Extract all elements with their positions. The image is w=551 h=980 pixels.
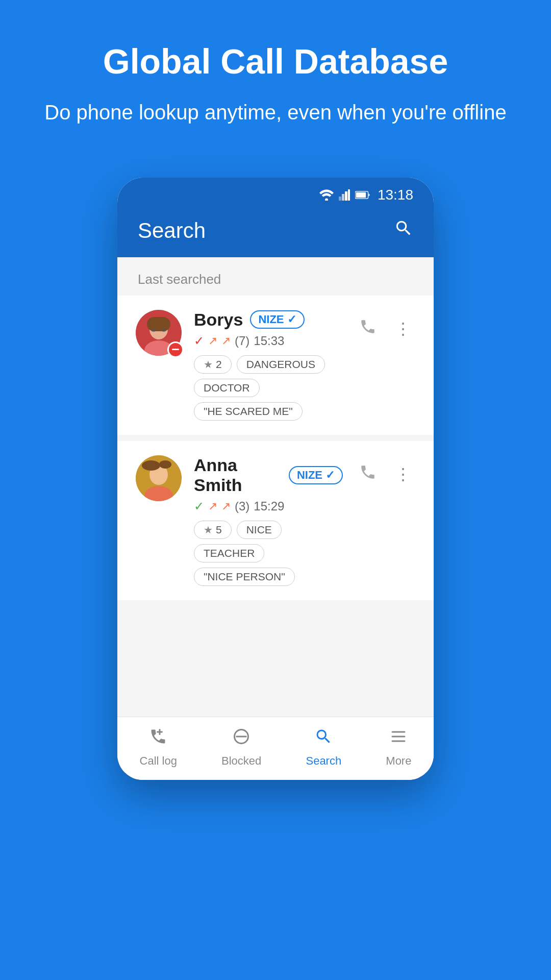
contact-calls-anna: (3) [235,499,249,513]
svg-marker-2 [342,194,344,201]
contact-time-borys: 15:33 [254,334,284,348]
svg-rect-22 [392,731,406,732]
svg-point-12 [161,329,166,332]
tag-doctor: DOCTOR [194,379,260,397]
nav-blocked-label: Blocked [221,754,261,768]
nav-search[interactable]: Search [295,727,352,768]
avatar-borys [136,310,182,356]
app-header: Search [117,208,434,257]
tag-stars-anna: ★5 [194,521,232,539]
status-time: 13:18 [378,187,413,203]
svg-point-16 [142,460,160,471]
tags-anna: ★5 NICE TEACHER "NICE PERSON" [194,521,343,586]
call-button-anna[interactable] [355,459,381,489]
svg-rect-10 [147,317,170,331]
contact-meta-anna: ✓ ↗ ↗ (3) 15:29 [194,499,343,513]
svg-rect-24 [392,740,406,742]
contact-item-borys: Borys NIZE ✓ ✓ ↗ ↗ (7) 15:33 [117,296,434,435]
nav-search-label: Search [306,754,341,768]
phone-content: Last searched [117,257,434,717]
last-searched-label: Last searched [117,257,434,296]
hero-title: Global Call Database [31,41,520,83]
svg-point-0 [325,198,328,201]
contact-item-anna: Anna Smith NIZE ✓ ✓ ↗ ↗ (3) 15:29 [117,441,434,600]
blocked-badge [167,341,184,358]
hero-section: Global Call Database Do phone lookup any… [0,0,551,157]
contact-name-borys: Borys [194,310,243,330]
blocked-nav-icon [232,727,251,750]
phone-mockup: 13:18 Search Last searched [117,178,434,780]
tag-comment-anna: "NICE PERSON" [194,568,295,586]
tag-nice: NICE [237,521,282,539]
nize-badge-borys: NIZE ✓ [250,310,304,329]
search-nav-icon [314,727,333,750]
wifi-icon [319,189,334,201]
call-log-icon [149,727,167,750]
contact-info-borys: Borys NIZE ✓ ✓ ↗ ↗ (7) 15:33 [194,310,343,421]
svg-rect-19 [157,731,163,732]
contact-calls-borys: (7) [235,334,249,348]
svg-point-11 [151,329,156,332]
hero-subtitle: Do phone lookup anytime, even when you'r… [31,98,520,127]
more-button-borys[interactable]: ⋮ [391,315,415,342]
contact-name-anna: Anna Smith [194,455,282,495]
search-icon[interactable] [394,218,413,242]
svg-point-17 [159,460,171,469]
call-button-borys[interactable] [355,314,381,344]
signal-icon [339,189,350,201]
status-bar: 13:18 [117,178,434,208]
nav-blocked[interactable]: Blocked [211,727,271,768]
bottom-nav: Call log Blocked Search [117,717,434,780]
nav-more[interactable]: More [375,727,421,768]
tag-teacher: TEACHER [194,544,264,562]
battery-icon [355,190,370,200]
nize-badge-anna: NIZE ✓ [289,466,343,484]
nav-more-label: More [386,754,411,768]
avatar-anna [136,455,182,501]
contact-time-anna: 15:29 [254,499,284,513]
svg-marker-3 [345,191,347,201]
nav-call-log[interactable]: Call log [130,727,187,768]
header-title: Search [138,218,206,243]
more-nav-icon [389,727,408,750]
tag-comment-borys: "HE SCARED ME" [194,402,303,421]
tag-stars-borys: ★2 [194,355,232,374]
contact-info-anna: Anna Smith NIZE ✓ ✓ ↗ ↗ (3) 15:29 [194,455,343,586]
svg-marker-1 [339,197,341,201]
svg-rect-6 [356,192,366,198]
svg-rect-23 [392,736,406,737]
svg-marker-4 [348,189,350,201]
more-button-anna[interactable]: ⋮ [391,460,415,488]
nav-call-log-label: Call log [140,754,177,768]
contact-meta-borys: ✓ ↗ ↗ (7) 15:33 [194,334,343,348]
contact-actions-anna: ⋮ [355,459,415,489]
contact-actions-borys: ⋮ [355,314,415,344]
tag-dangerous: DANGEROUS [237,355,325,374]
tags-borys: ★2 DANGEROUS DOCTOR "HE SCARED ME" [194,355,343,421]
